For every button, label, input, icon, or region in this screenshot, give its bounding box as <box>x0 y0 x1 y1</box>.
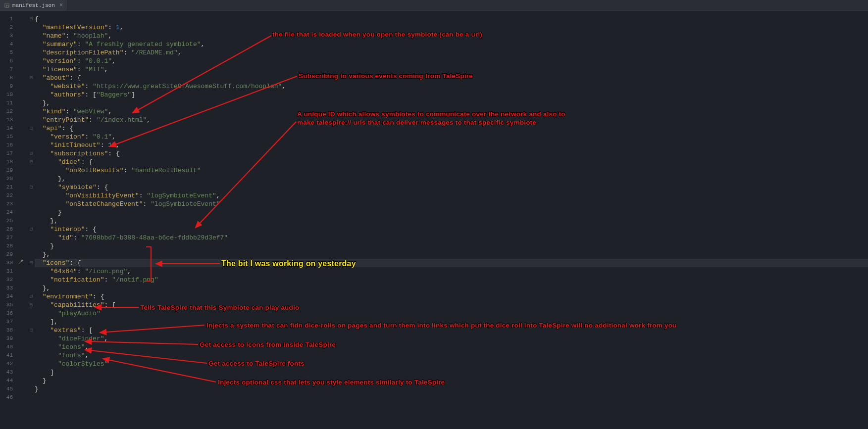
code-line[interactable]: "initTimeout": 10, <box>35 141 868 149</box>
svg-text:{}: {} <box>5 4 9 8</box>
code-line[interactable]: "id": "7698bbd7-b388-48aa-b6ce-fddbb29d3… <box>35 234 868 242</box>
code-line[interactable]: "api": { <box>35 124 868 133</box>
code-line[interactable]: "extras": [ <box>35 326 868 334</box>
code-line[interactable]: "onStateChangeEvent": "logSymbioteEvent" <box>35 200 868 208</box>
code-line[interactable]: } <box>35 385 868 393</box>
code-line[interactable]: "onVisibilityEvent": "logSymbioteEvent", <box>35 191 868 200</box>
code-line[interactable]: ], <box>35 318 868 326</box>
code-line[interactable]: } <box>35 242 868 250</box>
code-line[interactable]: "summary": "A freshly generated symbiote… <box>35 40 868 48</box>
code-line[interactable]: "authors": ["Baggers"] <box>35 91 868 99</box>
code-line[interactable]: "website": "https://www.greatSiteOfAweso… <box>35 82 868 91</box>
code-line[interactable]: "playAudio" <box>35 309 868 318</box>
code-line[interactable]: "interop": { <box>35 225 868 234</box>
code-line[interactable]: "colorStyles" <box>35 360 868 368</box>
code-line[interactable]: "name": "hooplah", <box>35 32 868 40</box>
tab-manifest-json[interactable]: {} manifest.json × <box>0 0 67 11</box>
code-line[interactable]: "environment": { <box>35 292 868 301</box>
code-line[interactable]: "descriptionFilePath": "/README.md", <box>35 48 868 57</box>
code-line[interactable]: }, <box>35 284 868 292</box>
code-line[interactable]: } <box>35 377 868 385</box>
code-line[interactable]: "version": "0.0.1", <box>35 57 868 65</box>
code-line[interactable]: "diceFinder", <box>35 334 868 343</box>
code-line[interactable]: "icons", <box>35 343 868 351</box>
json-file-icon: {} <box>4 2 10 8</box>
code-line[interactable]: "notification": "/notif.png" <box>35 276 868 284</box>
marker-column <box>16 13 28 429</box>
code-line[interactable]: "subscriptions": { <box>35 149 868 158</box>
code-line[interactable]: } <box>35 208 868 217</box>
code-line[interactable]: }, <box>35 175 868 183</box>
close-icon[interactable]: × <box>59 2 63 9</box>
code-line[interactable]: "icons": { <box>35 259 868 267</box>
code-line[interactable] <box>35 393 868 402</box>
code-line[interactable]: "entryPoint": "/index.html", <box>35 116 868 124</box>
code-line[interactable]: "about": { <box>35 74 868 82</box>
fold-column: ⊟⊟⊟⊟⊟⊟⊟⊟⊟⊟⊟ <box>28 13 35 429</box>
code-line[interactable]: ] <box>35 368 868 377</box>
code-line[interactable]: }, <box>35 99 868 107</box>
code-line[interactable]: "license": "MIT", <box>35 65 868 74</box>
editor[interactable]: 1234567891011121314151617181920212223242… <box>0 13 868 429</box>
code-area[interactable]: { "manifestVersion": 1, "name": "hooplah… <box>35 13 868 429</box>
code-line[interactable]: { <box>35 15 868 23</box>
code-line[interactable]: "kind": "webView", <box>35 107 868 116</box>
wrench-icon <box>18 259 24 267</box>
code-line[interactable]: "dice": { <box>35 158 868 166</box>
tab-label: manifest.json <box>12 2 55 8</box>
code-line[interactable]: "onRollResults": "handleRollResult" <box>35 166 868 175</box>
code-line[interactable]: "manifestVersion": 1, <box>35 23 868 32</box>
code-line[interactable]: }, <box>35 250 868 259</box>
line-number-gutter: 1234567891011121314151617181920212223242… <box>0 13 16 429</box>
code-line[interactable]: }, <box>35 217 868 225</box>
code-line[interactable]: "symbiote": { <box>35 183 868 191</box>
code-line[interactable]: "version": "0.1", <box>35 133 868 141</box>
code-line[interactable]: "capabilities": [ <box>35 301 868 309</box>
code-line[interactable]: "64x64": "/icon.png", <box>35 267 868 276</box>
tab-bar: {} manifest.json × <box>0 0 868 11</box>
code-line[interactable]: "fonts", <box>35 351 868 360</box>
